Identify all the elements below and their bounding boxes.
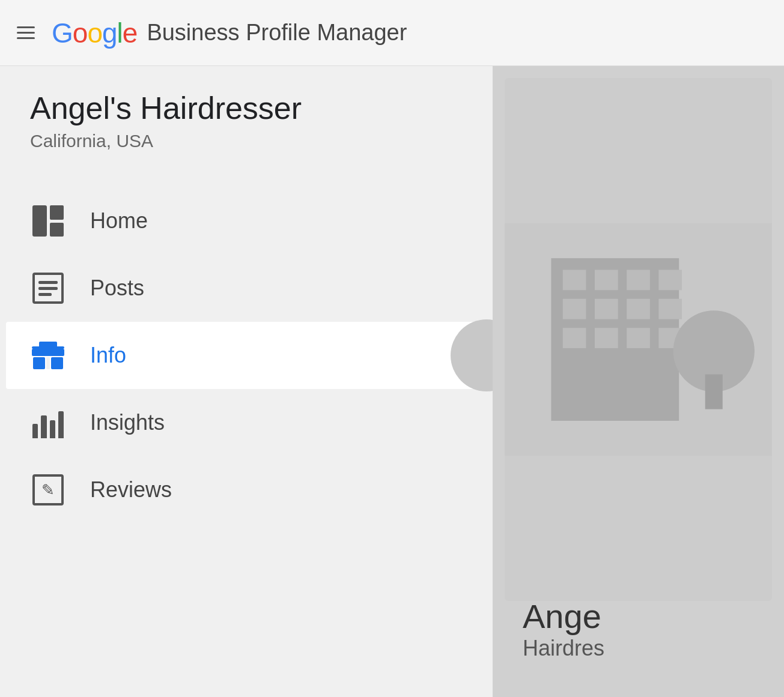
right-panel: Ange Hairdres <box>493 66 784 697</box>
sidebar-item-reviews[interactable]: Reviews <box>0 456 493 524</box>
business-info: Angel's Hairdresser California, USA <box>0 66 493 169</box>
svg-rect-15 <box>658 299 682 319</box>
google-logo: Google <box>52 17 137 49</box>
google-o1: o <box>73 17 88 49</box>
google-g: G <box>52 17 73 49</box>
google-l: l <box>117 17 123 49</box>
app-title: Business Profile Manager <box>147 20 407 46</box>
info-store-icon <box>30 337 66 373</box>
svg-rect-5 <box>39 342 57 348</box>
insights-icon <box>30 405 66 441</box>
sidebar-item-posts[interactable]: Posts <box>0 255 493 322</box>
posts-icon <box>30 270 66 306</box>
sidebar-item-info[interactable]: Info <box>6 322 487 389</box>
google-o2: o <box>87 17 102 49</box>
info-label: Info <box>90 343 126 368</box>
sidebar-item-home[interactable]: Home <box>0 187 493 255</box>
business-photo <box>505 78 772 601</box>
svg-rect-10 <box>627 270 650 290</box>
home-label: Home <box>90 208 148 234</box>
svg-rect-9 <box>595 270 618 290</box>
svg-rect-14 <box>627 299 650 319</box>
google-g2: g <box>102 17 117 49</box>
svg-rect-13 <box>595 299 618 319</box>
reviews-icon <box>30 472 66 508</box>
nav-menu: Home Posts <box>0 187 493 524</box>
svg-rect-0 <box>32 349 64 356</box>
svg-rect-2 <box>51 357 63 369</box>
svg-rect-1 <box>33 357 45 369</box>
right-panel-business-info: Ange Hairdres <box>523 597 604 661</box>
business-name: Angel's Hairdresser <box>30 90 463 126</box>
hamburger-menu-button[interactable] <box>17 26 35 39</box>
sidebar-item-insights[interactable]: Insights <box>0 389 493 456</box>
svg-rect-16 <box>563 328 586 348</box>
svg-rect-21 <box>705 375 723 409</box>
svg-rect-12 <box>563 299 586 319</box>
posts-label: Posts <box>90 276 144 301</box>
main-layout: Angel's Hairdresser California, USA Home <box>0 66 784 697</box>
right-panel-business-name: Ange <box>523 597 604 636</box>
insights-label: Insights <box>90 410 165 435</box>
sidebar: Angel's Hairdresser California, USA Home <box>0 66 493 697</box>
business-location: California, USA <box>30 131 463 151</box>
svg-rect-8 <box>563 270 586 290</box>
svg-rect-18 <box>627 328 650 348</box>
reviews-label: Reviews <box>90 477 172 502</box>
home-icon <box>30 203 66 239</box>
svg-rect-11 <box>658 270 682 290</box>
header: Google Business Profile Manager <box>0 0 784 66</box>
google-e: e <box>123 17 138 49</box>
right-panel-business-type: Hairdres <box>523 636 604 661</box>
svg-rect-3 <box>46 357 50 369</box>
svg-rect-17 <box>595 328 618 348</box>
